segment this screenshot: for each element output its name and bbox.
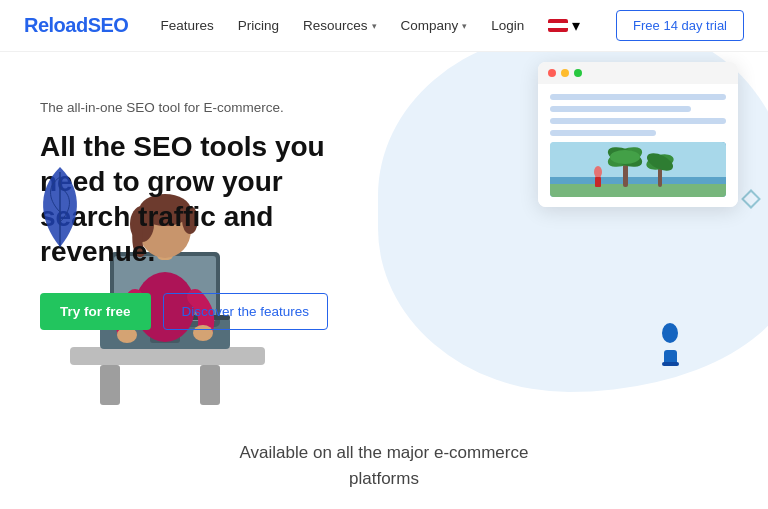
logo-text-seo: SEO bbox=[88, 14, 129, 36]
nav-company[interactable]: Company ▾ bbox=[401, 18, 468, 33]
browser-mockup bbox=[538, 62, 738, 207]
browser-line-3 bbox=[550, 118, 726, 124]
browser-dot-yellow bbox=[561, 69, 569, 77]
chevron-down-icon: ▾ bbox=[372, 21, 377, 31]
language-selector[interactable]: ▾ bbox=[548, 16, 580, 35]
try-for-free-button[interactable]: Try for free bbox=[40, 293, 151, 330]
svg-point-7 bbox=[610, 150, 640, 164]
bottom-section: Available on all the major e-commerce pl… bbox=[0, 412, 768, 509]
browser-content-area bbox=[538, 84, 738, 207]
browser-dot-red bbox=[548, 69, 556, 77]
browser-dot-green bbox=[574, 69, 582, 77]
nav-resources-label: Resources bbox=[303, 18, 368, 33]
hero-subtitle: The all-in-one SEO tool for E-commerce. bbox=[40, 100, 360, 115]
nav-company-label: Company bbox=[401, 18, 459, 33]
svg-rect-3 bbox=[550, 184, 726, 197]
decorative-pot bbox=[653, 318, 688, 372]
svg-rect-12 bbox=[595, 177, 601, 187]
hero-buttons: Try for free Discover the features bbox=[40, 293, 360, 330]
chevron-down-icon: ▾ bbox=[572, 16, 580, 35]
svg-rect-13 bbox=[70, 347, 265, 365]
svg-point-30 bbox=[662, 323, 678, 343]
bottom-text: Available on all the major e-commerce pl… bbox=[0, 440, 768, 491]
flag-icon bbox=[548, 19, 568, 32]
navbar: ReloadSEO Features Pricing Resources ▾ C… bbox=[0, 0, 768, 52]
browser-screenshot bbox=[550, 142, 726, 197]
browser-line-1 bbox=[550, 94, 726, 100]
svg-point-11 bbox=[594, 166, 602, 178]
logo[interactable]: ReloadSEO bbox=[24, 14, 128, 37]
browser-line-2 bbox=[550, 106, 691, 112]
nav-login[interactable]: Login bbox=[491, 18, 524, 33]
free-trial-button[interactable]: Free 14 day trial bbox=[616, 10, 744, 41]
decorative-leaf bbox=[30, 162, 90, 256]
bottom-line2: platforms bbox=[349, 469, 419, 488]
browser-line-4 bbox=[550, 130, 656, 136]
svg-rect-32 bbox=[662, 362, 679, 366]
browser-titlebar bbox=[538, 62, 738, 84]
chevron-down-icon: ▾ bbox=[462, 21, 467, 31]
bottom-line1: Available on all the major e-commerce bbox=[240, 443, 529, 462]
nav-pricing[interactable]: Pricing bbox=[238, 18, 279, 33]
svg-rect-14 bbox=[100, 365, 120, 405]
nav-resources[interactable]: Resources ▾ bbox=[303, 18, 377, 33]
discover-features-button[interactable]: Discover the features bbox=[163, 293, 329, 330]
nav-links: Features Pricing Resources ▾ Company ▾ L… bbox=[160, 16, 616, 35]
hero-section: The all-in-one SEO tool for E-commerce. … bbox=[0, 52, 768, 432]
nav-features[interactable]: Features bbox=[160, 18, 213, 33]
logo-text-reload: Reload bbox=[24, 14, 88, 36]
svg-rect-15 bbox=[200, 365, 220, 405]
